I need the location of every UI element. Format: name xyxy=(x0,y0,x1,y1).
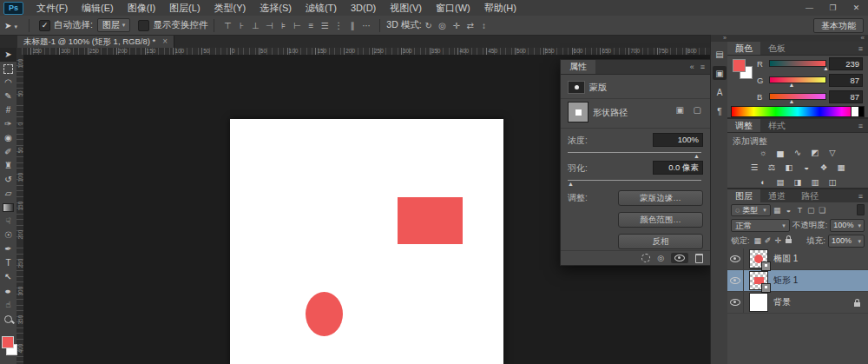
auto-select-checkbox[interactable]: ✓ xyxy=(39,20,50,31)
quick-selection-tool[interactable]: ✎ xyxy=(0,89,16,103)
channel-value[interactable]: 87 xyxy=(829,74,863,87)
history-panel-icon[interactable]: ▤ xyxy=(713,47,727,61)
opacity-dropdown[interactable]: 100% ▾ xyxy=(830,219,865,232)
pen-tool[interactable]: ✒ xyxy=(0,242,16,256)
lasso-tool[interactable]: ◠ xyxy=(0,76,16,89)
menu-item-4[interactable]: 类型(Y) xyxy=(207,0,253,16)
gradient-tool[interactable] xyxy=(0,201,16,215)
menu-item-8[interactable]: 视图(V) xyxy=(383,0,429,16)
adjustment-photo-filter-icon[interactable]: ◒ xyxy=(799,162,813,173)
lock-image-pixels-icon[interactable]: ✐ xyxy=(763,236,773,245)
filter-shape-layers-icon[interactable]: ▢ xyxy=(806,206,817,215)
tool-preset-picker[interactable]: ➤▾ xyxy=(4,21,17,30)
adjustment-selective-color-icon[interactable]: ◫ xyxy=(825,176,839,188)
layer-row[interactable]: 椭圆 1 xyxy=(727,248,868,270)
adjustment-channel-mixer-icon[interactable]: ❖ xyxy=(817,162,831,173)
fill-dropdown[interactable]: 100% ▾ xyxy=(828,235,865,248)
adjustment-gradient-map-icon[interactable]: ▥ xyxy=(808,176,822,188)
paragraph-panel-icon[interactable]: ¶ xyxy=(713,104,727,118)
lock-all-icon[interactable] xyxy=(784,236,794,245)
filter-smart-objects-icon[interactable]: ❏ xyxy=(817,206,828,215)
feather-slider-thumb[interactable]: ▲ xyxy=(568,181,574,187)
collapse-dock-bar[interactable]: « xyxy=(727,35,868,42)
eyedropper-tool[interactable]: ✑ xyxy=(0,117,16,131)
panel-menu-icon[interactable]: ≡ xyxy=(858,42,868,55)
close-tab-icon[interactable]: × xyxy=(162,36,168,48)
align-vertical-centers-icon[interactable]: ⊦ xyxy=(234,21,248,30)
layer-filter-type-dropdown[interactable]: ◌ 类型 ▾ xyxy=(731,204,771,216)
channel-slider-thumb[interactable]: ▲ xyxy=(788,98,794,104)
menu-item-0[interactable]: 文件(F) xyxy=(30,0,75,16)
adjustment-invert-icon[interactable]: ◐ xyxy=(756,176,770,188)
3d-slide-icon[interactable]: ⇄ xyxy=(464,21,477,30)
menu-item-10[interactable]: 帮助(H) xyxy=(477,0,523,16)
3d-rotate-icon[interactable]: ↻ xyxy=(422,21,436,30)
adjustment-threshold-icon[interactable]: ◨ xyxy=(791,176,805,188)
layer-visibility-toggle[interactable] xyxy=(727,270,744,291)
layer-row[interactable]: 矩形 1 xyxy=(727,270,868,292)
tab-调整[interactable]: 调整 xyxy=(727,119,760,132)
panel-menu-icon[interactable]: ≡ xyxy=(858,189,868,202)
lock-transparent-pixels-icon[interactable]: ▦ xyxy=(753,236,763,245)
adjustment-brightness-contrast-icon[interactable]: ☼ xyxy=(756,147,770,158)
menu-item-1[interactable]: 编辑(E) xyxy=(75,0,121,16)
panel-menu-icon[interactable]: ≡ xyxy=(858,119,868,132)
layer-row[interactable]: 背景 xyxy=(727,292,868,314)
white-swatch[interactable] xyxy=(851,107,858,116)
color-spectrum-ramp[interactable] xyxy=(731,106,865,117)
density-value[interactable]: 100% xyxy=(653,133,703,147)
adjustment-black-white-icon[interactable]: ◧ xyxy=(782,162,796,173)
add-pixel-mask-icon[interactable]: ▣ xyxy=(676,105,684,115)
layer-visibility-toggle[interactable] xyxy=(727,292,744,313)
zoom-tool[interactable] xyxy=(0,312,16,326)
adjustment-exposure-icon[interactable]: ◩ xyxy=(808,147,822,158)
blend-mode-dropdown[interactable]: 正常 ▾ xyxy=(731,219,790,232)
3d-scale-icon[interactable]: ↕ xyxy=(477,21,491,30)
dodge-tool[interactable]: ☉ xyxy=(0,228,16,242)
tab-色板[interactable]: 色板 xyxy=(760,42,793,55)
align-top-edges-icon[interactable]: ⊤ xyxy=(220,21,234,30)
adjustment-posterize-icon[interactable]: ▤ xyxy=(773,176,787,188)
adjustment-hue-saturation-icon[interactable]: ☰ xyxy=(747,162,761,173)
distribute-top-edges-icon[interactable]: ≡ xyxy=(304,21,318,30)
adjustment-levels-icon[interactable]: ▅ xyxy=(773,147,787,158)
distribute-vertical-centers-icon[interactable]: ☰ xyxy=(318,21,332,30)
lock-position-icon[interactable]: ✛ xyxy=(773,236,784,245)
type-tool[interactable]: T xyxy=(0,256,16,270)
minimize-button[interactable]: — xyxy=(798,1,821,16)
filter-type-layers-icon[interactable]: T xyxy=(794,206,806,215)
align-left-edges-icon[interactable]: ⊣ xyxy=(262,21,276,30)
invert-button[interactable]: 反相 xyxy=(618,234,703,249)
align-horizontal-centers-icon[interactable]: ⊧ xyxy=(276,21,290,30)
spot-healing-brush-tool[interactable]: ◉ xyxy=(0,131,16,145)
tab-properties[interactable]: 属性 xyxy=(561,60,595,74)
expand-dock-bar[interactable]: » xyxy=(711,35,728,42)
menu-item-9[interactable]: 窗口(W) xyxy=(429,0,477,16)
channel-slider-thumb[interactable]: ▲ xyxy=(788,82,794,88)
move-tool[interactable]: ➤ xyxy=(0,48,16,62)
load-selection-from-mask-icon[interactable] xyxy=(641,254,650,262)
channel-slider-B[interactable] xyxy=(769,93,826,100)
channel-slider-R[interactable] xyxy=(769,60,826,67)
density-slider-thumb[interactable]: ▲ xyxy=(694,153,700,159)
add-vector-mask-icon[interactable]: ▢ xyxy=(694,105,701,115)
tab-颜色[interactable]: 颜色 xyxy=(727,42,760,55)
show-transform-checkbox[interactable] xyxy=(138,20,149,31)
delete-mask-icon[interactable] xyxy=(695,254,703,263)
tab-通道[interactable]: 通道 xyxy=(760,189,793,202)
tab-样式[interactable]: 样式 xyxy=(760,119,793,132)
menu-item-7[interactable]: 3D(D) xyxy=(344,0,383,16)
filter-adjustment-layers-icon[interactable]: ◒ xyxy=(783,206,794,215)
channel-slider-G[interactable] xyxy=(769,76,826,83)
adjustment-color-balance-icon[interactable]: ⚖ xyxy=(765,162,779,173)
3d-roll-icon[interactable]: ◎ xyxy=(436,21,450,30)
foreground-color-swatch[interactable] xyxy=(2,336,14,348)
history-brush-tool[interactable]: ↺ xyxy=(0,173,16,187)
rectangular-marquee-tool[interactable] xyxy=(0,62,16,76)
tab-路径[interactable]: 路径 xyxy=(793,189,826,202)
auto-select-target-dropdown[interactable]: 图层▾ xyxy=(97,18,131,32)
distribute-horizontal-centers-icon[interactable]: ⋯ xyxy=(359,21,373,30)
black-swatch[interactable] xyxy=(858,107,864,116)
channel-value[interactable]: 239 xyxy=(829,57,863,70)
tab-图层[interactable]: 图层 xyxy=(727,189,760,202)
